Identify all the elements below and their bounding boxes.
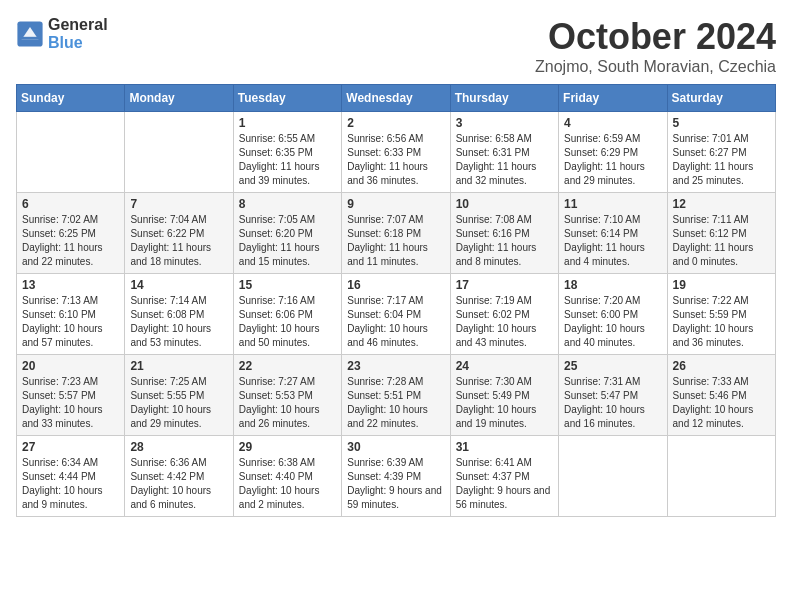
calendar-cell [125,112,233,193]
day-number: 5 [673,116,770,130]
weekday-header: Sunday [17,85,125,112]
day-info: Sunrise: 7:11 AMSunset: 6:12 PMDaylight:… [673,213,770,269]
day-info: Sunrise: 7:04 AMSunset: 6:22 PMDaylight:… [130,213,227,269]
day-number: 14 [130,278,227,292]
logo-icon [16,20,44,48]
day-info: Sunrise: 7:05 AMSunset: 6:20 PMDaylight:… [239,213,336,269]
location: Znojmo, South Moravian, Czechia [535,58,776,76]
day-info: Sunrise: 7:08 AMSunset: 6:16 PMDaylight:… [456,213,553,269]
calendar-week-row: 27Sunrise: 6:34 AMSunset: 4:44 PMDayligh… [17,436,776,517]
weekday-header: Thursday [450,85,558,112]
day-info: Sunrise: 7:25 AMSunset: 5:55 PMDaylight:… [130,375,227,431]
calendar-cell: 28Sunrise: 6:36 AMSunset: 4:42 PMDayligh… [125,436,233,517]
calendar-cell: 4Sunrise: 6:59 AMSunset: 6:29 PMDaylight… [559,112,667,193]
calendar-cell: 15Sunrise: 7:16 AMSunset: 6:06 PMDayligh… [233,274,341,355]
day-info: Sunrise: 7:30 AMSunset: 5:49 PMDaylight:… [456,375,553,431]
day-number: 24 [456,359,553,373]
day-info: Sunrise: 6:56 AMSunset: 6:33 PMDaylight:… [347,132,444,188]
day-number: 18 [564,278,661,292]
calendar-cell: 10Sunrise: 7:08 AMSunset: 6:16 PMDayligh… [450,193,558,274]
day-info: Sunrise: 7:10 AMSunset: 6:14 PMDaylight:… [564,213,661,269]
weekday-header: Wednesday [342,85,450,112]
calendar-cell: 29Sunrise: 6:38 AMSunset: 4:40 PMDayligh… [233,436,341,517]
day-number: 19 [673,278,770,292]
day-info: Sunrise: 6:58 AMSunset: 6:31 PMDaylight:… [456,132,553,188]
day-info: Sunrise: 7:14 AMSunset: 6:08 PMDaylight:… [130,294,227,350]
calendar-header: SundayMondayTuesdayWednesdayThursdayFrid… [17,85,776,112]
calendar-cell: 12Sunrise: 7:11 AMSunset: 6:12 PMDayligh… [667,193,775,274]
day-info: Sunrise: 7:28 AMSunset: 5:51 PMDaylight:… [347,375,444,431]
day-number: 1 [239,116,336,130]
calendar-cell [667,436,775,517]
calendar-cell: 2Sunrise: 6:56 AMSunset: 6:33 PMDaylight… [342,112,450,193]
month-title: October 2024 [535,16,776,58]
day-number: 2 [347,116,444,130]
day-number: 17 [456,278,553,292]
day-number: 11 [564,197,661,211]
calendar-cell: 1Sunrise: 6:55 AMSunset: 6:35 PMDaylight… [233,112,341,193]
calendar-cell: 30Sunrise: 6:39 AMSunset: 4:39 PMDayligh… [342,436,450,517]
calendar-cell: 27Sunrise: 6:34 AMSunset: 4:44 PMDayligh… [17,436,125,517]
day-number: 9 [347,197,444,211]
calendar-cell: 19Sunrise: 7:22 AMSunset: 5:59 PMDayligh… [667,274,775,355]
day-info: Sunrise: 6:41 AMSunset: 4:37 PMDaylight:… [456,456,553,512]
calendar-cell: 31Sunrise: 6:41 AMSunset: 4:37 PMDayligh… [450,436,558,517]
calendar-cell: 25Sunrise: 7:31 AMSunset: 5:47 PMDayligh… [559,355,667,436]
calendar-cell: 11Sunrise: 7:10 AMSunset: 6:14 PMDayligh… [559,193,667,274]
day-number: 28 [130,440,227,454]
day-number: 31 [456,440,553,454]
calendar-week-row: 13Sunrise: 7:13 AMSunset: 6:10 PMDayligh… [17,274,776,355]
page-header: General Blue October 2024 Znojmo, South … [16,16,776,76]
calendar-cell: 6Sunrise: 7:02 AMSunset: 6:25 PMDaylight… [17,193,125,274]
day-info: Sunrise: 7:20 AMSunset: 6:00 PMDaylight:… [564,294,661,350]
day-info: Sunrise: 7:33 AMSunset: 5:46 PMDaylight:… [673,375,770,431]
day-info: Sunrise: 6:34 AMSunset: 4:44 PMDaylight:… [22,456,119,512]
logo-general: General [48,16,108,34]
logo: General Blue [16,16,108,51]
calendar-cell: 20Sunrise: 7:23 AMSunset: 5:57 PMDayligh… [17,355,125,436]
weekday-header: Tuesday [233,85,341,112]
day-number: 6 [22,197,119,211]
logo-text: General Blue [48,16,108,51]
day-info: Sunrise: 7:16 AMSunset: 6:06 PMDaylight:… [239,294,336,350]
calendar-cell: 16Sunrise: 7:17 AMSunset: 6:04 PMDayligh… [342,274,450,355]
svg-rect-2 [22,36,39,39]
day-number: 23 [347,359,444,373]
day-info: Sunrise: 6:55 AMSunset: 6:35 PMDaylight:… [239,132,336,188]
calendar-cell: 18Sunrise: 7:20 AMSunset: 6:00 PMDayligh… [559,274,667,355]
day-info: Sunrise: 7:01 AMSunset: 6:27 PMDaylight:… [673,132,770,188]
calendar-cell: 21Sunrise: 7:25 AMSunset: 5:55 PMDayligh… [125,355,233,436]
calendar-week-row: 20Sunrise: 7:23 AMSunset: 5:57 PMDayligh… [17,355,776,436]
day-number: 7 [130,197,227,211]
weekday-header: Saturday [667,85,775,112]
calendar-cell [17,112,125,193]
calendar-cell: 22Sunrise: 7:27 AMSunset: 5:53 PMDayligh… [233,355,341,436]
calendar-cell: 13Sunrise: 7:13 AMSunset: 6:10 PMDayligh… [17,274,125,355]
weekday-header: Monday [125,85,233,112]
day-number: 26 [673,359,770,373]
day-number: 29 [239,440,336,454]
day-info: Sunrise: 6:38 AMSunset: 4:40 PMDaylight:… [239,456,336,512]
day-number: 13 [22,278,119,292]
day-info: Sunrise: 7:22 AMSunset: 5:59 PMDaylight:… [673,294,770,350]
day-info: Sunrise: 6:39 AMSunset: 4:39 PMDaylight:… [347,456,444,512]
day-info: Sunrise: 7:19 AMSunset: 6:02 PMDaylight:… [456,294,553,350]
day-info: Sunrise: 7:17 AMSunset: 6:04 PMDaylight:… [347,294,444,350]
day-number: 12 [673,197,770,211]
day-number: 25 [564,359,661,373]
calendar-cell: 5Sunrise: 7:01 AMSunset: 6:27 PMDaylight… [667,112,775,193]
day-info: Sunrise: 7:02 AMSunset: 6:25 PMDaylight:… [22,213,119,269]
weekday-row: SundayMondayTuesdayWednesdayThursdayFrid… [17,85,776,112]
calendar-body: 1Sunrise: 6:55 AMSunset: 6:35 PMDaylight… [17,112,776,517]
calendar-cell: 17Sunrise: 7:19 AMSunset: 6:02 PMDayligh… [450,274,558,355]
day-info: Sunrise: 6:36 AMSunset: 4:42 PMDaylight:… [130,456,227,512]
day-number: 8 [239,197,336,211]
day-number: 20 [22,359,119,373]
day-number: 27 [22,440,119,454]
weekday-header: Friday [559,85,667,112]
day-number: 22 [239,359,336,373]
title-block: October 2024 Znojmo, South Moravian, Cze… [535,16,776,76]
day-number: 3 [456,116,553,130]
calendar-cell: 3Sunrise: 6:58 AMSunset: 6:31 PMDaylight… [450,112,558,193]
day-number: 4 [564,116,661,130]
